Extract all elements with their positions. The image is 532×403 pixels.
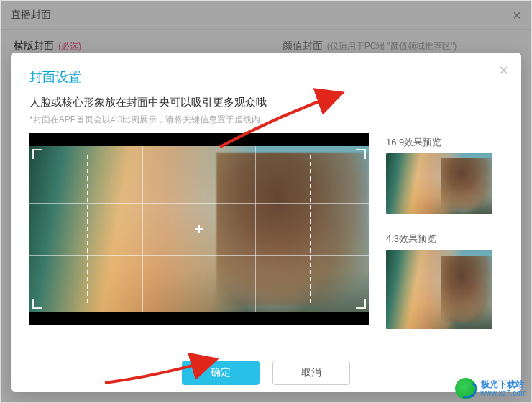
letterbox xyxy=(29,133,369,146)
grid-line xyxy=(29,255,369,256)
crop-handle[interactable] xyxy=(356,299,366,309)
cover-content-row: 16:9效果预览 4:3效果预览 xyxy=(29,133,503,348)
grid-line xyxy=(255,146,256,312)
grid-line xyxy=(29,203,369,204)
preview-4x3-label: 4:3效果预览 xyxy=(386,232,503,245)
crop-handle[interactable] xyxy=(356,149,366,159)
crop-handle[interactable] xyxy=(32,149,42,159)
crop-handle[interactable] xyxy=(32,299,42,309)
letterbox xyxy=(29,312,369,325)
modal-subnote: *封面在APP首页会以4:3比例展示，请将关键信息置于虚线内 xyxy=(29,114,503,126)
cancel-button[interactable]: 取消 xyxy=(272,361,350,385)
safe-zone-guide xyxy=(87,155,88,303)
modal-button-row: 确定 取消 xyxy=(29,361,503,385)
preview-4x3-thumb xyxy=(386,250,492,329)
safe-zone-guide xyxy=(310,155,311,303)
button-label: 确定 xyxy=(211,366,231,379)
cover-image-overlay xyxy=(216,153,369,306)
preview-16x9-thumb xyxy=(386,153,492,214)
grid-line xyxy=(142,146,143,312)
live-cover-dialog: 直播封面 × 横版封面 (必选) 颜值封面 (仅适用于PC端 "颜值领域推荐区"… xyxy=(0,0,532,403)
button-label: 取消 xyxy=(301,366,321,379)
modal-title: 封面设置 xyxy=(29,68,503,86)
preview-16x9-label: 16:9效果预览 xyxy=(386,136,503,149)
modal-heading: 人脸或核心形象放在封面中央可以吸引更多观众哦 xyxy=(29,96,503,109)
confirm-button[interactable]: 确定 xyxy=(182,361,260,385)
cover-settings-modal: × 封面设置 人脸或核心形象放在封面中央可以吸引更多观众哦 *封面在APP首页会… xyxy=(11,53,521,392)
cover-crop-area[interactable] xyxy=(29,133,369,325)
close-icon[interactable]: × xyxy=(499,63,508,78)
preview-column: 16:9效果预览 4:3效果预览 xyxy=(386,133,503,348)
center-cross-icon xyxy=(195,225,203,233)
